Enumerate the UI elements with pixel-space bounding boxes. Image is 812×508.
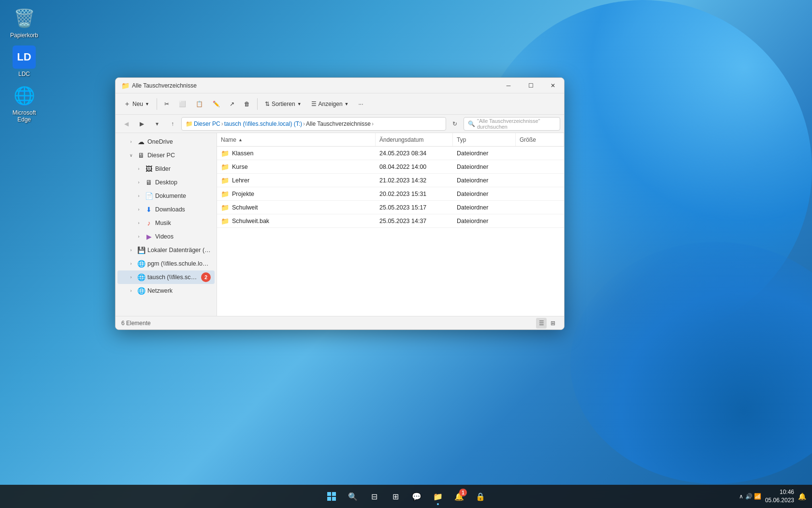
copy-button[interactable]: ⬜ xyxy=(174,98,190,110)
sidebar-item-musik[interactable]: › ♪ Musik xyxy=(117,216,215,230)
new-icon: ＋ xyxy=(124,100,130,108)
netzwerk-icon: 🌐 xyxy=(137,287,145,295)
nav-back-button[interactable]: ◀ xyxy=(119,117,133,131)
table-row[interactable]: 📁 Schulweit.bak 25.05.2023 14:37 Dateior… xyxy=(217,214,564,228)
netzwerk-label: Netzwerk xyxy=(147,287,211,294)
folder-icon: 📁 xyxy=(221,190,229,198)
share-icon: ↗ xyxy=(230,101,234,107)
file-date-cell: 24.05.2023 08:34 xyxy=(376,150,453,157)
breadcrumb-pc[interactable]: 📁 Dieser PC xyxy=(186,120,220,127)
folder-icon: 📁 xyxy=(221,177,229,184)
sidebar-item-dokumente[interactable]: › 📄 Dokumente xyxy=(117,189,215,203)
file-explorer-window: 📁 Alle Tauschverzeichnisse ─ ☐ ✕ ＋ Neu ▼… xyxy=(115,77,565,330)
expand-icon: › xyxy=(127,273,135,281)
notifications-icon[interactable]: 🔔 xyxy=(798,493,806,500)
file-date-cell: 25.05.2023 15:17 xyxy=(376,204,453,211)
sidebar-item-tausch[interactable]: › 🌐 tausch (\\files.schule.local) (T:) 2 xyxy=(117,270,215,284)
grid-view-button[interactable]: ⊞ xyxy=(548,318,558,329)
folder-icon: 📁 xyxy=(221,204,229,211)
list-view-button[interactable]: ☰ xyxy=(536,318,547,329)
dieser-pc-icon: 🖥 xyxy=(137,151,145,159)
desktop-icon-ldc[interactable]: LD LDC xyxy=(5,44,44,79)
taskbar-clock[interactable]: 10:46 05.06.2023 xyxy=(765,488,794,505)
minimize-button[interactable]: ─ xyxy=(497,78,520,93)
svg-rect-2 xyxy=(327,497,331,501)
window-controls: ─ ☐ ✕ xyxy=(497,78,564,93)
refresh-button[interactable]: ↻ xyxy=(448,117,462,131)
breadcrumb-tausch[interactable]: tausch (\\files.schule.local) (T:) xyxy=(224,120,302,127)
column-header-size[interactable]: Größe xyxy=(516,133,564,146)
desktop-icon-recycle-bin[interactable]: 🗑️ Papierkorb xyxy=(5,5,44,41)
taskbar-file-explorer-button[interactable]: 📁 xyxy=(428,487,448,506)
table-row[interactable]: 📁 Lehrer 21.02.2023 14:32 Dateiordner xyxy=(217,174,564,187)
file-date-cell: 25.05.2023 14:37 xyxy=(376,218,453,224)
col-name-label: Name xyxy=(221,136,236,143)
sidebar: › ☁ OneDrive ∨ 🖥 Dieser PC › 🖼 Bilder xyxy=(116,133,217,316)
recycle-bin-icon: 🗑️ xyxy=(13,7,36,30)
sort-arrow-icon: ▼ xyxy=(297,102,302,106)
sidebar-item-onedrive[interactable]: › ☁ OneDrive xyxy=(117,135,215,149)
tausch-label: tausch (\\files.schule.local) (T:) xyxy=(224,120,302,127)
table-row[interactable]: 📁 Schulweit 25.05.2023 15:17 Dateiordner xyxy=(217,201,564,214)
nav-up-button[interactable]: ↑ xyxy=(166,117,179,131)
task-view-button[interactable]: ⊟ xyxy=(364,487,384,506)
table-row[interactable]: 📁 Projekte 20.02.2023 15:31 Dateiordner xyxy=(217,187,564,201)
file-date-cell: 08.04.2022 14:00 xyxy=(376,164,453,170)
widgets-button[interactable]: ⊞ xyxy=(386,487,405,506)
breadcrumb[interactable]: 📁 Dieser PC › tausch (\\files.schule.loc… xyxy=(181,117,446,131)
file-type-cell: Dateiordner xyxy=(453,218,516,224)
teams-button[interactable]: 💬 xyxy=(407,487,426,506)
more-button[interactable]: ··· xyxy=(354,98,368,110)
cut-button[interactable]: ✂ xyxy=(160,98,174,110)
dokumente-icon: 📄 xyxy=(145,192,153,200)
close-button[interactable]: ✕ xyxy=(542,78,564,93)
sidebar-item-desktop[interactable]: › 🖥 Desktop xyxy=(117,176,215,189)
maximize-button[interactable]: ☐ xyxy=(520,78,542,93)
taskbar-security-button[interactable]: 🔒 xyxy=(471,487,490,506)
expand-icon: › xyxy=(127,287,135,295)
sidebar-item-netzwerk[interactable]: › 🌐 Netzwerk xyxy=(117,284,215,298)
tausch-icon: 🌐 xyxy=(137,273,145,281)
bilder-icon: 🖼 xyxy=(145,165,153,173)
desktop-icon-edge[interactable]: 🌐 Microsoft Edge xyxy=(5,82,44,125)
item-count: 6 Elemente xyxy=(121,320,151,327)
ldc-icon: LD xyxy=(13,45,36,69)
view-button[interactable]: ☰ Anzeigen ▼ xyxy=(307,98,353,110)
dokumente-label: Dokumente xyxy=(155,193,211,199)
new-button[interactable]: ＋ Neu ▼ xyxy=(119,97,154,111)
sidebar-item-bilder[interactable]: › 🖼 Bilder xyxy=(117,162,215,176)
search-box[interactable]: 🔍 "Alle Tauschverzeichnisse" durchsuchen xyxy=(464,117,560,131)
new-arrow-icon: ▼ xyxy=(145,102,149,106)
paste-button[interactable]: 📋 xyxy=(191,98,207,110)
taskbar: 🔍 ⊟ ⊞ 💬 📁 🔔 1 🔒 ∧ 🔊 📶 10:46 05.06.2023 xyxy=(0,485,812,508)
column-header-name[interactable]: Name ▲ xyxy=(217,133,376,146)
dieser-pc-label: Dieser PC xyxy=(147,152,211,159)
title-bar: 📁 Alle Tauschverzeichnisse ─ ☐ ✕ xyxy=(116,78,564,93)
breadcrumb-sep-2: › xyxy=(303,120,305,127)
onedrive-icon: ☁ xyxy=(137,138,145,146)
start-button[interactable] xyxy=(322,487,341,506)
table-row[interactable]: 📁 Kurse 08.04.2022 14:00 Dateiordner xyxy=(217,160,564,174)
sidebar-item-dieser-pc[interactable]: ∨ 🖥 Dieser PC xyxy=(117,149,215,162)
sidebar-item-pgm[interactable]: › 🌐 pgm (\\files.schule.local) (K:) xyxy=(117,257,215,270)
taskbar-search-button[interactable]: 🔍 xyxy=(343,487,362,506)
rename-button[interactable]: ✏️ xyxy=(208,98,224,110)
sort-button[interactable]: ⇅ Sortieren ▼ xyxy=(261,98,306,110)
table-row[interactable]: 📁 Klassen 24.05.2023 08:34 Dateiordner xyxy=(217,147,564,160)
pgm-label: pgm (\\files.schule.local) (K:) xyxy=(147,260,211,267)
file-name: Schulweit.bak xyxy=(232,218,269,224)
delete-button[interactable]: 🗑 xyxy=(240,98,254,110)
share-button[interactable]: ↗ xyxy=(225,98,239,110)
expand-icon: › xyxy=(135,179,143,186)
file-name: Kurse xyxy=(232,164,248,170)
sidebar-item-videos[interactable]: › ▶ Videos xyxy=(117,230,215,243)
sidebar-item-local-c[interactable]: › 💾 Lokaler Datenträger (C:) xyxy=(117,243,215,257)
taskbar-notification-button[interactable]: 🔔 1 xyxy=(450,487,469,506)
file-date-cell: 21.02.2023 14:32 xyxy=(376,177,453,184)
nav-forward-button[interactable]: ▶ xyxy=(135,117,148,131)
file-list-header: Name ▲ Änderungsdatum Typ Größe xyxy=(217,133,564,147)
sidebar-item-downloads[interactable]: › ⬇ Downloads xyxy=(117,203,215,216)
nav-dropdown-button[interactable]: ▾ xyxy=(150,117,164,131)
column-header-date[interactable]: Änderungsdatum xyxy=(376,133,453,146)
column-header-type[interactable]: Typ xyxy=(453,133,516,146)
